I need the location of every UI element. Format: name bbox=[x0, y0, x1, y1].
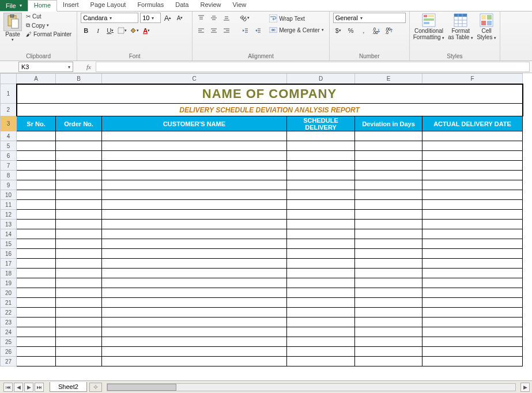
cell-D22[interactable] bbox=[287, 308, 355, 318]
align-left-button[interactable] bbox=[196, 25, 206, 36]
cell-C23[interactable] bbox=[102, 318, 287, 327]
cell-D25[interactable] bbox=[287, 337, 355, 347]
cell-D8[interactable] bbox=[287, 171, 355, 180]
comma-style-button[interactable]: , bbox=[359, 25, 369, 36]
cell-A4[interactable] bbox=[17, 131, 56, 141]
cell-B18[interactable] bbox=[56, 269, 102, 278]
cell-A7[interactable] bbox=[17, 161, 56, 171]
row-header-23[interactable]: 23 bbox=[1, 318, 17, 327]
cell-F6[interactable] bbox=[422, 151, 523, 161]
tab-review[interactable]: Review bbox=[194, 0, 227, 11]
cell-D11[interactable] bbox=[287, 200, 355, 210]
row-header-1[interactable]: 1 bbox=[1, 84, 17, 104]
cell-E21[interactable] bbox=[355, 298, 422, 308]
cell-D12[interactable] bbox=[287, 210, 355, 220]
cell-B6[interactable] bbox=[56, 151, 102, 161]
row-header-22[interactable]: 22 bbox=[1, 308, 17, 318]
cell-E24[interactable] bbox=[355, 327, 422, 337]
align-right-button[interactable] bbox=[221, 25, 232, 36]
cell-A14[interactable] bbox=[17, 229, 56, 239]
conditional-formatting-button[interactable]: Conditional Formatting ▾ bbox=[413, 13, 445, 40]
format-as-table-button[interactable]: Format as Table ▾ bbox=[448, 13, 473, 40]
cell-F17[interactable] bbox=[422, 259, 523, 269]
cell-E7[interactable] bbox=[355, 161, 422, 171]
cell-E25[interactable] bbox=[355, 337, 422, 347]
cell-D10[interactable] bbox=[287, 190, 355, 200]
cell-E6[interactable] bbox=[355, 151, 422, 161]
cell-styles-button[interactable]: Cell Styles ▾ bbox=[477, 13, 496, 40]
cell-C12[interactable] bbox=[102, 210, 287, 220]
row-header-11[interactable]: 11 bbox=[1, 200, 17, 210]
col-header-B[interactable]: B bbox=[56, 74, 102, 84]
cell-A26[interactable] bbox=[17, 347, 56, 357]
decrease-indent-button[interactable] bbox=[240, 25, 250, 36]
sheet-tab-active[interactable]: Sheet2 bbox=[50, 382, 87, 392]
cell-E20[interactable] bbox=[355, 288, 422, 298]
cell-D27[interactable] bbox=[287, 357, 355, 366]
font-color-button[interactable]: A▾ bbox=[141, 25, 152, 36]
cell-A12[interactable] bbox=[17, 210, 56, 220]
italic-button[interactable]: I bbox=[93, 25, 103, 36]
cell-F19[interactable] bbox=[422, 278, 523, 288]
cell-B11[interactable] bbox=[56, 200, 102, 210]
cell-B14[interactable] bbox=[56, 229, 102, 239]
cell-B16[interactable] bbox=[56, 249, 102, 259]
cell-D7[interactable] bbox=[287, 161, 355, 171]
cell-B7[interactable] bbox=[56, 161, 102, 171]
cell-F4[interactable] bbox=[422, 131, 523, 141]
spreadsheet[interactable]: ABCDEF1NAME OF COMPANY2DELIVERY SCHEDULE… bbox=[0, 73, 532, 366]
cell-A21[interactable] bbox=[17, 298, 56, 308]
align-center-button[interactable] bbox=[209, 25, 219, 36]
row-header-9[interactable]: 9 bbox=[1, 180, 17, 190]
cell-E5[interactable] bbox=[355, 141, 422, 151]
cell-A17[interactable] bbox=[17, 259, 56, 269]
select-all-cell[interactable] bbox=[1, 74, 17, 84]
row-header-25[interactable]: 25 bbox=[1, 337, 17, 347]
row-header-20[interactable]: 20 bbox=[1, 288, 17, 298]
row-header-18[interactable]: 18 bbox=[1, 269, 17, 278]
row-header-17[interactable]: 17 bbox=[1, 259, 17, 269]
cell-B4[interactable] bbox=[56, 131, 102, 141]
row-header-12[interactable]: 12 bbox=[1, 210, 17, 220]
cell-B26[interactable] bbox=[56, 347, 102, 357]
row-header-6[interactable]: 6 bbox=[1, 151, 17, 161]
cell-C21[interactable] bbox=[102, 298, 287, 308]
scrollbar-thumb[interactable] bbox=[107, 384, 176, 391]
cell-F21[interactable] bbox=[422, 298, 523, 308]
align-top-button[interactable] bbox=[196, 13, 206, 23]
cell-C7[interactable] bbox=[102, 161, 287, 171]
cell-C4[interactable] bbox=[102, 131, 287, 141]
cell-F7[interactable] bbox=[422, 161, 523, 171]
col-header-E[interactable]: E bbox=[355, 74, 422, 84]
cell-F9[interactable] bbox=[422, 180, 523, 190]
cell-A9[interactable] bbox=[17, 180, 56, 190]
cell-F11[interactable] bbox=[422, 200, 523, 210]
cell-F12[interactable] bbox=[422, 210, 523, 220]
cell-D24[interactable] bbox=[287, 327, 355, 337]
cell-B10[interactable] bbox=[56, 190, 102, 200]
cell-C6[interactable] bbox=[102, 151, 287, 161]
cell-C25[interactable] bbox=[102, 337, 287, 347]
cell-F18[interactable] bbox=[422, 269, 523, 278]
cell-E22[interactable] bbox=[355, 308, 422, 318]
cell-A23[interactable] bbox=[17, 318, 56, 327]
row-header-15[interactable]: 15 bbox=[1, 239, 17, 249]
row-header-24[interactable]: 24 bbox=[1, 327, 17, 337]
tab-view[interactable]: View bbox=[227, 0, 252, 11]
font-size-combo[interactable]: 10▾ bbox=[140, 13, 161, 23]
cell-B15[interactable] bbox=[56, 239, 102, 249]
cell-E14[interactable] bbox=[355, 229, 422, 239]
cell-C20[interactable] bbox=[102, 288, 287, 298]
cell-E18[interactable] bbox=[355, 269, 422, 278]
cell-F13[interactable] bbox=[422, 220, 523, 229]
cell-F26[interactable] bbox=[422, 347, 523, 357]
cell-C16[interactable] bbox=[102, 249, 287, 259]
tab-page-layout[interactable]: Page Layout bbox=[85, 0, 132, 11]
cell-C18[interactable] bbox=[102, 269, 287, 278]
cell-E26[interactable] bbox=[355, 347, 422, 357]
cell-F8[interactable] bbox=[422, 171, 523, 180]
cell-F25[interactable] bbox=[422, 337, 523, 347]
row-header-8[interactable]: 8 bbox=[1, 171, 17, 180]
number-format-combo[interactable]: General▾ bbox=[333, 13, 406, 23]
cell-E10[interactable] bbox=[355, 190, 422, 200]
